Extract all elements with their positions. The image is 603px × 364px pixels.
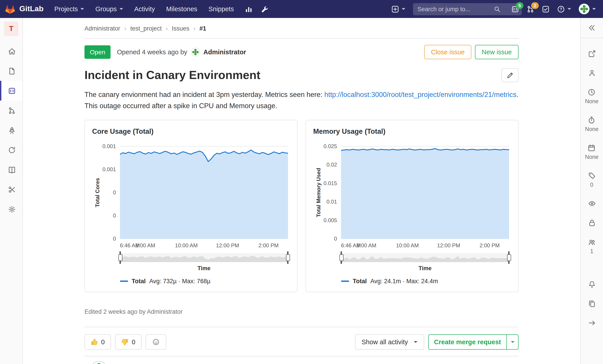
slider-track[interactable] bbox=[120, 253, 288, 262]
slider-handle-right[interactable] bbox=[508, 251, 510, 264]
breadcrumb-project[interactable]: test_project bbox=[130, 25, 162, 32]
status-badge: Open bbox=[84, 45, 111, 59]
svg-text:0.02: 0.02 bbox=[326, 162, 337, 168]
sidebar-time-tracking-button[interactable]: None bbox=[585, 116, 599, 132]
search-icon bbox=[494, 6, 500, 12]
calendar-icon bbox=[588, 144, 596, 152]
sidebar-participants-button[interactable]: 1 bbox=[588, 238, 596, 254]
expand-sidebar-button[interactable] bbox=[580, 18, 603, 38]
gitlab-home-link[interactable]: GitLab bbox=[4, 4, 44, 14]
sidebar-notifications-button[interactable] bbox=[588, 281, 596, 288]
svg-text:0.01: 0.01 bbox=[326, 199, 337, 205]
sidebar-confidentiality-button[interactable] bbox=[588, 200, 596, 207]
thumbs-down-icon bbox=[121, 338, 128, 346]
nav-projects[interactable]: Projects bbox=[54, 5, 84, 12]
breadcrumb-separator: › bbox=[193, 25, 196, 32]
chevron-down-icon bbox=[81, 8, 84, 10]
sidebar-assignee-button[interactable] bbox=[588, 69, 596, 77]
legend-series-stats: Avg: 24.1m · Max: 24.4m bbox=[371, 278, 438, 285]
slider-handle-right[interactable] bbox=[287, 251, 289, 264]
clipboard-icon bbox=[588, 300, 596, 308]
slider-track[interactable] bbox=[341, 253, 509, 262]
chart-legend: Total Avg: 24.1m · Max: 24.4m bbox=[341, 278, 511, 285]
issues-dashboard-button[interactable]: 5 bbox=[511, 5, 519, 13]
awards-row: 0 0 Show all activity Create merge reque… bbox=[84, 327, 519, 356]
nav-snippets[interactable]: Snippets bbox=[209, 5, 234, 12]
chart-legend: Total Avg: 732µ · Max: 768µ bbox=[120, 278, 290, 285]
svg-text:0.025: 0.025 bbox=[324, 143, 337, 149]
chart-range-slider[interactable] bbox=[120, 253, 288, 262]
metrics-link[interactable]: http://localhost:3000/root/test_project/… bbox=[325, 91, 517, 98]
issue-title: Incident in Canary Environment bbox=[84, 68, 501, 82]
edit-title-button[interactable] bbox=[501, 68, 519, 82]
svg-text:2:00 PM: 2:00 PM bbox=[480, 242, 500, 248]
svg-text:0.001: 0.001 bbox=[103, 166, 116, 172]
sidebar-item-issues[interactable] bbox=[0, 81, 23, 100]
labels-value: 0 bbox=[590, 182, 593, 188]
author-avatar bbox=[191, 48, 200, 56]
admin-area-button[interactable] bbox=[261, 5, 269, 13]
sidebar-item-merge-requests[interactable] bbox=[0, 100, 23, 120]
author-name[interactable]: Administrator bbox=[203, 48, 246, 56]
svg-text:10:00 AM: 10:00 AM bbox=[396, 242, 419, 248]
thumbs-up-button[interactable]: 0 bbox=[84, 334, 111, 350]
sidebar-add-todo-button[interactable] bbox=[588, 50, 596, 57]
settings-icon bbox=[8, 205, 16, 213]
chart-range-slider[interactable] bbox=[341, 253, 509, 262]
sidebar-copy-reference-button[interactable] bbox=[588, 300, 596, 308]
thumbs-down-button[interactable]: 0 bbox=[115, 334, 141, 350]
chevron-down-icon bbox=[402, 8, 405, 10]
svg-text:0.001: 0.001 bbox=[103, 143, 116, 149]
gitlab-logo-icon bbox=[4, 4, 16, 14]
analytics-button[interactable] bbox=[245, 5, 253, 13]
create-merge-request-button[interactable]: Create merge request bbox=[428, 334, 507, 350]
sidebar-due-date-button[interactable]: None bbox=[585, 144, 599, 160]
breadcrumb-issues[interactable]: Issues bbox=[172, 25, 189, 32]
breadcrumb-administrator[interactable]: Administrator bbox=[84, 25, 120, 32]
project-avatar[interactable]: T bbox=[4, 22, 18, 36]
sidebar-item-repository[interactable] bbox=[0, 61, 23, 81]
main-content: Administrator › test_project › Issues › … bbox=[23, 18, 580, 364]
search-input[interactable] bbox=[413, 3, 522, 15]
sidebar-item-cicd[interactable] bbox=[0, 120, 23, 140]
todos-button[interactable] bbox=[542, 5, 550, 13]
sidebar-item-overview[interactable] bbox=[0, 41, 23, 61]
nav-activity[interactable]: Activity bbox=[134, 5, 155, 12]
sidebar-milestone-button[interactable]: None bbox=[585, 88, 599, 105]
operations-icon bbox=[8, 146, 16, 154]
help-menu-button[interactable]: ? bbox=[557, 5, 571, 13]
core-usage-chart: Core Usage (Total) 0.0010.0010006:46 AM8… bbox=[84, 120, 297, 292]
create-mr-dropdown-toggle[interactable] bbox=[506, 334, 519, 350]
legend-series-name: Total bbox=[132, 278, 146, 285]
x-axis-label: Time bbox=[120, 265, 288, 272]
description-text: The canary envionment had an incident at… bbox=[84, 91, 325, 98]
new-menu-button[interactable] bbox=[391, 5, 405, 13]
breadcrumb-separator: › bbox=[166, 25, 168, 32]
svg-text:12:00 PM: 12:00 PM bbox=[216, 242, 239, 248]
external-arrow-icon bbox=[588, 50, 596, 57]
arrow-right-icon bbox=[588, 319, 596, 327]
slider-handle-left[interactable] bbox=[119, 251, 121, 264]
participants-value: 1 bbox=[590, 248, 593, 254]
sidebar-item-snippets[interactable] bbox=[0, 179, 23, 199]
close-issue-button[interactable]: Close issue bbox=[424, 45, 471, 59]
sidebar-item-settings[interactable] bbox=[0, 199, 23, 219]
nav-groups[interactable]: Groups bbox=[95, 5, 123, 12]
activity-filter-dropdown[interactable]: Show all activity bbox=[355, 334, 424, 350]
nav-milestones[interactable]: Milestones bbox=[166, 5, 197, 12]
admin-wrench-icon bbox=[261, 5, 269, 13]
svg-text:0.015: 0.015 bbox=[324, 180, 337, 186]
merge-requests-dashboard-button[interactable]: 2 bbox=[527, 5, 534, 13]
add-reaction-button[interactable] bbox=[146, 334, 166, 350]
issue-status-row: Open Opened 4 weeks ago by Administrator… bbox=[84, 45, 519, 59]
sidebar-item-wiki[interactable] bbox=[0, 160, 23, 179]
new-issue-button[interactable]: New issue bbox=[475, 45, 519, 59]
sidebar-lock-button[interactable] bbox=[588, 219, 596, 227]
sidebar-move-issue-button[interactable] bbox=[588, 319, 596, 327]
nav-tools bbox=[245, 5, 269, 13]
slider-handle-left[interactable] bbox=[341, 251, 342, 264]
user-menu-button[interactable] bbox=[579, 4, 596, 14]
svg-text:0: 0 bbox=[113, 212, 116, 219]
sidebar-labels-button[interactable]: 0 bbox=[588, 172, 596, 188]
sidebar-item-operations[interactable] bbox=[0, 140, 23, 160]
